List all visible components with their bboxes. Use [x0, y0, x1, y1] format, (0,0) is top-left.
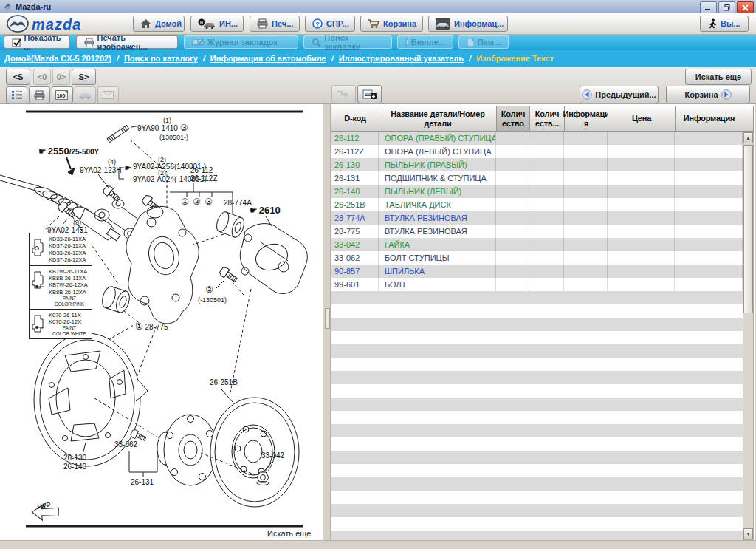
splitter-grip[interactable] — [325, 308, 330, 329]
callout-9ya90-1410[interactable]: 9YA90-1410 ③ — [137, 123, 188, 134]
parts-box-group-3[interactable]: K070-26-11X K070-26-12X PAINTCOLOR:WHITE — [30, 310, 92, 338]
cart-button[interactable]: Корзина — [360, 16, 423, 32]
column-header-info2[interactable]: Информация — [676, 106, 743, 132]
column-header-price[interactable]: Цена — [608, 106, 676, 132]
part-code[interactable]: 26-131 — [331, 171, 379, 185]
part-name[interactable]: ШПИЛЬКА — [379, 265, 496, 278]
callout-26-131[interactable]: 26-131 — [131, 478, 154, 487]
part-name[interactable]: БОЛТ — [379, 278, 496, 291]
printer-icon — [84, 38, 94, 47]
table-row[interactable]: 26-140 ПЫЛЬНИК (ЛЕВЫЙ) — [331, 185, 743, 198]
next-section-button[interactable]: S> — [72, 69, 96, 85]
table-row[interactable]: 28-775 ВТУЛКА РЕЗИНОВАЯ — [331, 225, 743, 238]
home-button[interactable]: Домой — [133, 16, 185, 32]
part-name[interactable]: ТАБЛИЧКА ДИСК — [379, 198, 496, 211]
print-button[interactable]: Печ... — [250, 16, 300, 32]
column-header-qty2[interactable]: Колич еств... — [530, 106, 565, 132]
maximize-button[interactable] — [718, 1, 735, 13]
parts-box-group-2[interactable]: KB7W-26-11XA KB8B-26-11XA KB7W-26-12XA K… — [30, 266, 92, 310]
callout-28-775[interactable]: ① 28-775 — [135, 322, 168, 333]
part-code[interactable]: 26-112 — [331, 132, 379, 145]
parts-box-group-1[interactable]: KD33-26-11XA KD37-26-11XA KD33-26-12XA K… — [30, 233, 92, 266]
table-row[interactable]: 99-601 БОЛТ — [331, 278, 743, 291]
go-to-cart-button[interactable]: Корзина — [666, 86, 750, 103]
scrollbar-thumb[interactable] — [743, 145, 753, 313]
scroll-down-button[interactable]: ▼ — [743, 528, 753, 539]
part-name[interactable]: ПОДШИПНИК & СТУПИЦА — [379, 171, 496, 185]
car-information-button[interactable]: Информац... — [428, 16, 508, 32]
print-image-button[interactable]: Печать изображен... — [76, 35, 178, 49]
vehicle-info-button[interactable]: 0 ИН... — [190, 16, 244, 32]
part-code[interactable]: 33-042 — [331, 238, 379, 251]
printer-icon — [34, 90, 45, 100]
table-row[interactable]: 26-251B ТАБЛИЧКА ДИСК — [331, 198, 743, 211]
part-list-view-button[interactable] — [6, 86, 27, 103]
qty2-cell — [529, 225, 564, 238]
close-button[interactable] — [737, 1, 754, 13]
part-name[interactable]: ПЫЛЬНИК (ЛЕВЫЙ) — [379, 185, 496, 198]
print-diagram-button[interactable] — [29, 86, 50, 103]
callout-2550[interactable]: ☛2550/25-500Y — [38, 146, 99, 157]
callout-2610[interactable]: ☛2610 — [250, 205, 281, 216]
show-button[interactable]: Показать ... — [4, 35, 70, 49]
part-name[interactable]: ВТУЛКА РЕЗИНОВАЯ — [379, 225, 496, 238]
column-header-info[interactable]: Информаци я — [565, 106, 608, 132]
part-name[interactable]: ГАЙКА — [379, 238, 496, 251]
callout-26-140[interactable]: 26-140 — [63, 463, 86, 471]
callout-28-774a[interactable]: 28-774A — [224, 199, 252, 208]
part-code[interactable]: 26-130 — [331, 158, 379, 171]
help-button[interactable]: ? СПР... — [305, 16, 355, 32]
table-row[interactable]: 26-130 ПЫЛЬНИК (ПРАВЫЙ) — [331, 158, 743, 171]
qty2-cell — [529, 251, 564, 265]
column-header-qty[interactable]: Колич ество — [497, 106, 530, 132]
part-name[interactable]: ВТУЛКА РЕЗИНОВАЯ — [379, 211, 496, 225]
export-list-button[interactable] — [357, 85, 382, 103]
scroll-up-button[interactable]: ▲ — [743, 132, 753, 143]
column-header-dcode[interactable]: D-код — [331, 106, 379, 132]
search-more-button[interactable]: Искать еще — [685, 69, 752, 85]
panel-splitter[interactable] — [323, 104, 331, 540]
callout-33-062[interactable]: 33-062 — [114, 440, 137, 449]
part-code[interactable]: 26-140 — [331, 185, 379, 198]
alternative-parts-box[interactable]: KD33-26-11XA KD37-26-11XA KD33-26-12XA K… — [29, 233, 92, 339]
part-name[interactable]: БОЛТ СТУПИЦЫ — [379, 251, 496, 265]
table-row[interactable]: 28-774A ВТУЛКА РЕЗИНОВАЯ — [331, 211, 743, 225]
breadcrumb-catalog-search[interactable]: Поиск по каталогу — [124, 54, 198, 63]
callout-26-251b[interactable]: 26-251B — [210, 378, 238, 387]
breadcrumb-vehicle-info[interactable]: Информация об автомобиле — [210, 54, 326, 63]
part-name[interactable]: ОПОРА (ПРАВЫЙ) СТУПИЦА — [379, 132, 496, 145]
part-code[interactable]: 99-601 — [331, 278, 379, 291]
callout-sup: (3) — [73, 219, 81, 226]
table-row[interactable]: 90-857 ШПИЛЬКА — [331, 265, 743, 278]
callout-9ya02-123h[interactable]: 9YA02-123H — [80, 166, 122, 175]
callout-26-112[interactable]: 26-112 — [190, 166, 213, 175]
table-row[interactable]: 26-112Z ОПОРА (ЛЕВЫЙ) СТУПИЦА — [331, 145, 743, 158]
prev-section-button[interactable]: <S — [6, 69, 30, 85]
part-code[interactable]: 28-775 — [331, 225, 379, 238]
part-code[interactable]: 26-251B — [331, 198, 379, 211]
previous-button[interactable]: Предыдущий... — [580, 86, 659, 103]
breadcrumb-home[interactable]: Домой(Mazda CX-5 201202) — [4, 54, 111, 63]
column-header-name[interactable]: Название детали/Номер детали — [379, 106, 497, 132]
table-row[interactable]: 33-062 БОЛТ СТУПИЦЫ — [331, 251, 743, 265]
part-code[interactable]: 28-774A — [331, 211, 379, 225]
part-name[interactable]: ОПОРА (ЛЕВЫЙ) СТУПИЦА — [379, 145, 496, 158]
qty2-cell — [529, 265, 564, 278]
minimize-button[interactable] — [700, 1, 717, 13]
vertical-scrollbar[interactable]: ▲ ▼ — [743, 132, 754, 540]
table-row[interactable]: 26-112 ОПОРА (ПРАВЫЙ) СТУПИЦА — [331, 132, 743, 145]
callout-33-042[interactable]: 33-042 — [261, 451, 284, 460]
part-code[interactable]: 90-857 — [331, 265, 379, 278]
table-row[interactable]: 26-131 ПОДШИПНИК & СТУПИЦА — [331, 171, 743, 185]
breadcrumb-illustrated-index[interactable]: Иллюстрированный указатель — [339, 54, 464, 63]
price-cell — [608, 238, 675, 251]
diagram-search-more-link[interactable]: Искать еще — [267, 529, 311, 538]
callout-26-130[interactable]: 26-130 — [63, 454, 86, 463]
zoom-100-button[interactable]: 100 — [52, 86, 73, 103]
table-row[interactable]: 33-042 ГАЙКА — [331, 238, 743, 251]
exit-button[interactable]: Вы... — [700, 16, 749, 32]
part-code[interactable]: 26-112Z — [331, 145, 379, 158]
part-code[interactable]: 33-062 — [331, 251, 379, 265]
part-name[interactable]: ПЫЛЬНИК (ПРАВЫЙ) — [379, 158, 496, 171]
callout-26-112z[interactable]: 26-112Z — [190, 174, 218, 183]
